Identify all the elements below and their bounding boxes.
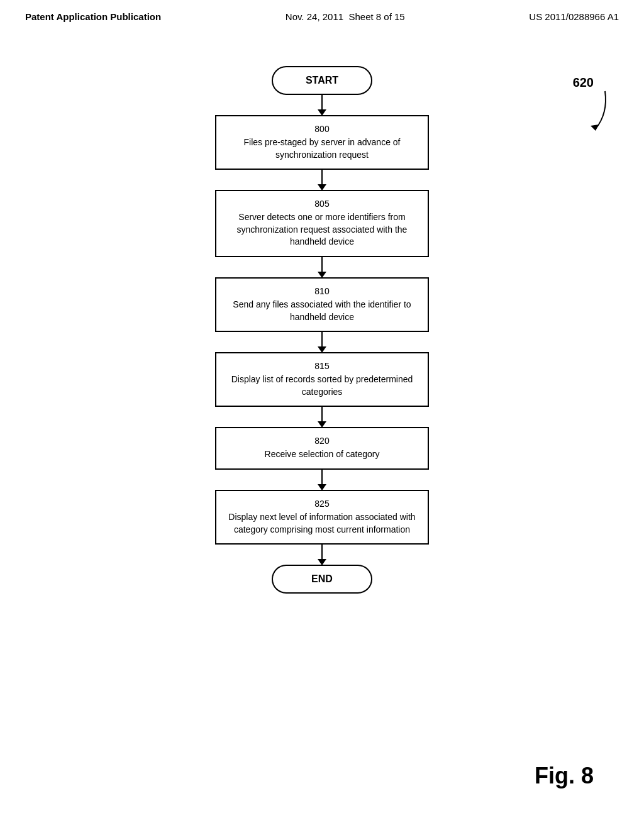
publication-label: Patent Application Publication <box>25 11 161 22</box>
svg-marker-0 <box>591 124 599 131</box>
patent-number-label: US 2011/0288966 A1 <box>529 11 619 22</box>
step-805: 805 Server detects one or more identifie… <box>215 190 429 257</box>
date-label: Nov. 24, 2011 Sheet 8 of 15 <box>286 11 405 22</box>
curved-arrow-620 <box>577 88 611 135</box>
step-820: 820 Receive selection of category <box>215 427 429 470</box>
arrow-7 <box>321 545 323 565</box>
arrow-1 <box>321 95 323 115</box>
end-terminal: END <box>272 565 372 594</box>
arrow-3 <box>321 257 323 277</box>
start-terminal: START <box>272 66 372 95</box>
arrow-4 <box>321 332 323 352</box>
step-810: 810 Send any files associated with the i… <box>215 277 429 332</box>
page-header: Patent Application Publication Nov. 24, … <box>0 0 644 28</box>
figure-label: Fig. 8 <box>535 763 594 789</box>
step-800: 800 Files pre-staged by server in advanc… <box>215 115 429 170</box>
step-815: 815 Display list of records sorted by pr… <box>215 352 429 407</box>
diagram-area: 620 START 800 Files pre-staged by server… <box>0 28 644 821</box>
arrow-6 <box>321 470 323 490</box>
arrow-2 <box>321 170 323 190</box>
step-825: 825 Display next level of information as… <box>215 490 429 545</box>
arrow-5 <box>321 407 323 427</box>
flowchart: START 800 Files pre-staged by server in … <box>203 66 441 594</box>
